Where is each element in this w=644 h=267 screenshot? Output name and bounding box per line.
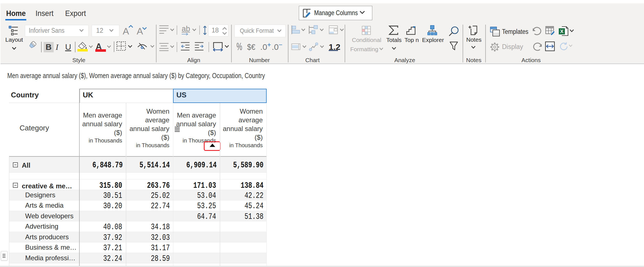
svg-text:X: X (560, 29, 564, 34)
